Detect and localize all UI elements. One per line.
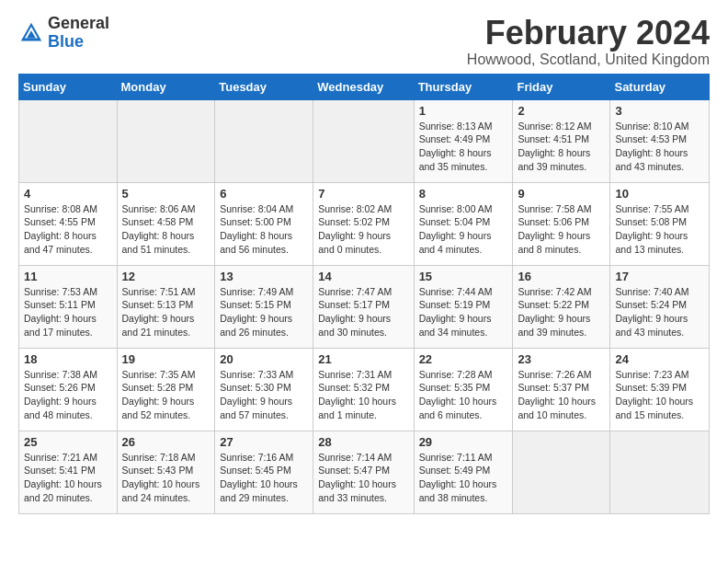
day-number: 2 xyxy=(518,104,605,118)
day-number: 10 xyxy=(615,187,704,201)
calendar-cell: 3Sunrise: 8:10 AM Sunset: 4:53 PM Daylig… xyxy=(610,99,710,182)
calendar-cell xyxy=(215,99,313,182)
page-header: General Blue February 2024 Howwood, Scot… xyxy=(18,15,710,68)
calendar-cell xyxy=(117,99,215,182)
calendar-cell: 16Sunrise: 7:42 AM Sunset: 5:22 PM Dayli… xyxy=(513,265,610,348)
calendar-cell: 8Sunrise: 8:00 AM Sunset: 5:04 PM Daylig… xyxy=(414,182,513,265)
day-number: 3 xyxy=(615,104,704,118)
calendar-cell: 21Sunrise: 7:31 AM Sunset: 5:32 PM Dayli… xyxy=(313,348,414,431)
day-number: 12 xyxy=(122,270,210,283)
day-info: Sunrise: 7:55 AM Sunset: 5:08 PM Dayligh… xyxy=(615,202,704,257)
day-header-saturday: Saturday xyxy=(610,74,710,99)
calendar-week-row: 1Sunrise: 8:13 AM Sunset: 4:49 PM Daylig… xyxy=(19,99,710,182)
day-info: Sunrise: 8:13 AM Sunset: 4:49 PM Dayligh… xyxy=(419,120,508,174)
calendar-cell: 11Sunrise: 7:53 AM Sunset: 5:11 PM Dayli… xyxy=(19,265,118,348)
calendar-cell: 19Sunrise: 7:35 AM Sunset: 5:28 PM Dayli… xyxy=(117,348,215,431)
calendar-cell: 10Sunrise: 7:55 AM Sunset: 5:08 PM Dayli… xyxy=(610,182,710,265)
calendar-cell: 27Sunrise: 7:16 AM Sunset: 5:45 PM Dayli… xyxy=(215,431,313,513)
calendar-cell: 14Sunrise: 7:47 AM Sunset: 5:17 PM Dayli… xyxy=(313,265,414,348)
day-number: 7 xyxy=(318,187,408,201)
day-number: 20 xyxy=(220,352,308,366)
day-info: Sunrise: 8:04 AM Sunset: 5:00 PM Dayligh… xyxy=(220,202,308,257)
calendar-week-row: 25Sunrise: 7:21 AM Sunset: 5:41 PM Dayli… xyxy=(19,431,710,513)
calendar-cell: 29Sunrise: 7:11 AM Sunset: 5:49 PM Dayli… xyxy=(414,431,513,513)
day-info: Sunrise: 7:31 AM Sunset: 5:32 PM Dayligh… xyxy=(318,368,408,422)
calendar-week-row: 18Sunrise: 7:38 AM Sunset: 5:26 PM Dayli… xyxy=(19,348,710,431)
calendar-cell xyxy=(513,431,610,513)
day-number: 26 xyxy=(122,435,210,449)
logo-icon xyxy=(18,20,44,46)
day-info: Sunrise: 7:16 AM Sunset: 5:45 PM Dayligh… xyxy=(220,451,308,505)
day-number: 29 xyxy=(419,435,508,449)
day-info: Sunrise: 8:10 AM Sunset: 4:53 PM Dayligh… xyxy=(615,120,704,174)
day-info: Sunrise: 7:42 AM Sunset: 5:22 PM Dayligh… xyxy=(518,285,605,339)
calendar-week-row: 4Sunrise: 8:08 AM Sunset: 4:55 PM Daylig… xyxy=(19,182,710,265)
day-info: Sunrise: 8:00 AM Sunset: 5:04 PM Dayligh… xyxy=(419,202,508,257)
day-info: Sunrise: 7:38 AM Sunset: 5:26 PM Dayligh… xyxy=(24,368,112,422)
day-info: Sunrise: 7:58 AM Sunset: 5:06 PM Dayligh… xyxy=(518,202,605,257)
day-number: 5 xyxy=(122,187,210,201)
calendar-week-row: 11Sunrise: 7:53 AM Sunset: 5:11 PM Dayli… xyxy=(19,265,710,348)
calendar-cell: 2Sunrise: 8:12 AM Sunset: 4:51 PM Daylig… xyxy=(513,99,610,182)
day-info: Sunrise: 7:47 AM Sunset: 5:17 PM Dayligh… xyxy=(318,285,408,339)
calendar-cell xyxy=(313,99,414,182)
logo-text: General Blue xyxy=(48,15,109,52)
day-header-wednesday: Wednesday xyxy=(313,74,414,99)
day-number: 14 xyxy=(318,270,408,283)
day-info: Sunrise: 7:11 AM Sunset: 5:49 PM Dayligh… xyxy=(419,451,508,505)
day-info: Sunrise: 7:28 AM Sunset: 5:35 PM Dayligh… xyxy=(419,368,508,422)
calendar-cell: 23Sunrise: 7:26 AM Sunset: 5:37 PM Dayli… xyxy=(513,348,610,431)
calendar-cell: 5Sunrise: 8:06 AM Sunset: 4:58 PM Daylig… xyxy=(117,182,215,265)
calendar-cell: 13Sunrise: 7:49 AM Sunset: 5:15 PM Dayli… xyxy=(215,265,313,348)
day-header-friday: Friday xyxy=(513,74,610,99)
day-number: 15 xyxy=(419,270,508,283)
calendar-cell: 4Sunrise: 8:08 AM Sunset: 4:55 PM Daylig… xyxy=(19,182,118,265)
day-number: 17 xyxy=(615,270,704,283)
calendar-header-row: SundayMondayTuesdayWednesdayThursdayFrid… xyxy=(19,74,710,99)
day-number: 13 xyxy=(220,270,308,283)
calendar-cell: 20Sunrise: 7:33 AM Sunset: 5:30 PM Dayli… xyxy=(215,348,313,431)
day-number: 9 xyxy=(518,187,605,201)
calendar-cell: 7Sunrise: 8:02 AM Sunset: 5:02 PM Daylig… xyxy=(313,182,414,265)
day-number: 4 xyxy=(24,187,112,201)
calendar-cell: 25Sunrise: 7:21 AM Sunset: 5:41 PM Dayli… xyxy=(19,431,118,513)
day-number: 22 xyxy=(419,352,508,366)
day-number: 18 xyxy=(24,352,112,366)
calendar-cell: 22Sunrise: 7:28 AM Sunset: 5:35 PM Dayli… xyxy=(414,348,513,431)
month-title: February 2024 xyxy=(467,15,710,52)
day-info: Sunrise: 7:35 AM Sunset: 5:28 PM Dayligh… xyxy=(122,368,210,422)
day-number: 23 xyxy=(518,352,605,366)
day-info: Sunrise: 7:18 AM Sunset: 5:43 PM Dayligh… xyxy=(122,451,210,505)
day-number: 24 xyxy=(615,352,704,366)
calendar-cell: 6Sunrise: 8:04 AM Sunset: 5:00 PM Daylig… xyxy=(215,182,313,265)
day-info: Sunrise: 8:08 AM Sunset: 4:55 PM Dayligh… xyxy=(24,202,112,257)
calendar-cell: 24Sunrise: 7:23 AM Sunset: 5:39 PM Dayli… xyxy=(610,348,710,431)
calendar-cell: 15Sunrise: 7:44 AM Sunset: 5:19 PM Dayli… xyxy=(414,265,513,348)
day-info: Sunrise: 7:33 AM Sunset: 5:30 PM Dayligh… xyxy=(220,368,308,422)
logo: General Blue xyxy=(18,15,109,52)
calendar-cell xyxy=(19,99,118,182)
day-number: 27 xyxy=(220,435,308,449)
day-number: 19 xyxy=(122,352,210,366)
day-number: 25 xyxy=(24,435,112,449)
day-info: Sunrise: 7:21 AM Sunset: 5:41 PM Dayligh… xyxy=(24,451,112,505)
day-number: 21 xyxy=(318,352,408,366)
day-header-monday: Monday xyxy=(117,74,215,99)
day-number: 8 xyxy=(419,187,508,201)
day-info: Sunrise: 7:23 AM Sunset: 5:39 PM Dayligh… xyxy=(615,368,704,422)
calendar-cell: 9Sunrise: 7:58 AM Sunset: 5:06 PM Daylig… xyxy=(513,182,610,265)
calendar-cell: 18Sunrise: 7:38 AM Sunset: 5:26 PM Dayli… xyxy=(19,348,118,431)
day-header-tuesday: Tuesday xyxy=(215,74,313,99)
day-info: Sunrise: 7:53 AM Sunset: 5:11 PM Dayligh… xyxy=(24,285,112,339)
calendar-cell: 12Sunrise: 7:51 AM Sunset: 5:13 PM Dayli… xyxy=(117,265,215,348)
day-number: 1 xyxy=(419,104,508,118)
day-info: Sunrise: 7:49 AM Sunset: 5:15 PM Dayligh… xyxy=(220,285,308,339)
calendar-cell: 17Sunrise: 7:40 AM Sunset: 5:24 PM Dayli… xyxy=(610,265,710,348)
calendar-cell: 28Sunrise: 7:14 AM Sunset: 5:47 PM Dayli… xyxy=(313,431,414,513)
day-info: Sunrise: 8:02 AM Sunset: 5:02 PM Dayligh… xyxy=(318,202,408,257)
day-info: Sunrise: 7:51 AM Sunset: 5:13 PM Dayligh… xyxy=(122,285,210,339)
location-title: Howwood, Scotland, United Kingdom xyxy=(467,52,710,68)
calendar-table: SundayMondayTuesdayWednesdayThursdayFrid… xyxy=(18,74,710,514)
day-info: Sunrise: 8:06 AM Sunset: 4:58 PM Dayligh… xyxy=(122,202,210,257)
day-number: 6 xyxy=(220,187,308,201)
